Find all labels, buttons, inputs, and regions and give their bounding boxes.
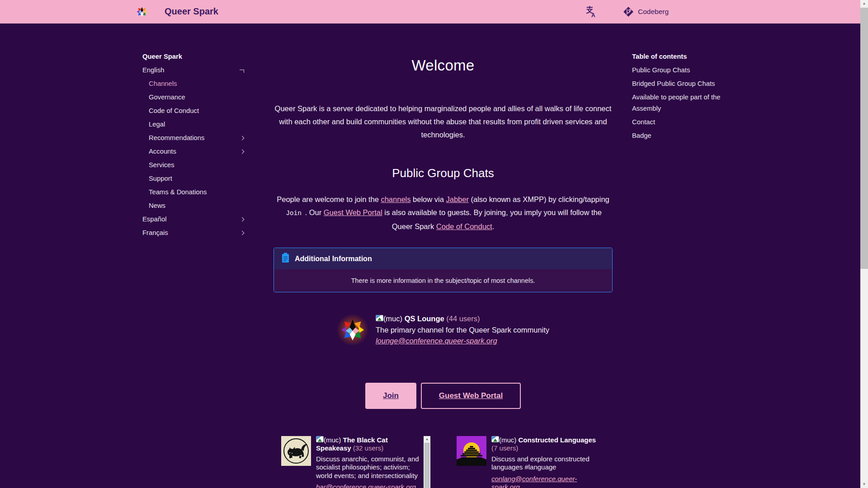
card-scrollbar-thumb[interactable] [425, 443, 429, 488]
channel-cards: (muc) The Black Cat Speakeasy (32 users)… [274, 436, 613, 488]
channel-user-count: (44 users) [446, 314, 480, 323]
muc-alt-text: (muc) [324, 436, 341, 444]
admonition-title: Additional Information [295, 255, 372, 263]
sidebar-item-label: Accounts [149, 148, 176, 155]
sidebar-item-francais[interactable]: Français [142, 226, 246, 239]
queer-spark-logo-icon [136, 5, 148, 18]
sidebar-item-governance[interactable]: Governance [142, 90, 246, 104]
sidebar-item-channels[interactable]: Channels [142, 77, 246, 90]
page-scrollbar-thumb[interactable] [860, 8, 868, 269]
admonition-body: There is more information in the subject… [274, 269, 612, 292]
page-layout: Queer Spark English Channels Governance … [142, 23, 726, 488]
join-paragraph: People are welcome to join the channels … [274, 193, 613, 233]
admonition-header: Additional Information [274, 248, 612, 269]
paragraph-text: . Our [303, 208, 324, 216]
sidebar-item-label: Español [142, 216, 166, 223]
page-scrollbar[interactable]: ▲ ▼ [860, 0, 868, 488]
intro-paragraph: Queer Spark is a server dedicated to hel… [274, 102, 613, 141]
card-scrollbar[interactable]: ▲ ▼ [424, 436, 430, 488]
channel-address-link[interactable]: lounge@conference.queer-spark.org [376, 337, 497, 345]
top-navbar: Queer Spark A Codeberg [0, 0, 860, 23]
sidebar-item-label: Governance [149, 94, 185, 101]
sidebar-item-services[interactable]: Services [142, 158, 246, 172]
sidebar-item-english[interactable]: English [142, 63, 246, 77]
sidebar-item-label: Services [149, 161, 175, 169]
black-cat-image [281, 436, 311, 466]
featured-channel: (muc) QS Lounge (44 users) The primary c… [274, 313, 613, 347]
svg-text:A: A [591, 12, 595, 18]
paragraph-text: (also known as XMPP) by clicking/tapping [469, 195, 609, 203]
sidebar-item-recommendations[interactable]: Recommendations [142, 131, 246, 145]
toc-title: Table of contents [632, 50, 726, 63]
sidebar-item-code-of-conduct[interactable]: Code of Conduct [142, 104, 246, 117]
channel-name: QS Lounge [405, 314, 444, 323]
toc-item-bridged-public-group-chats[interactable]: Bridged Public Group Chats [632, 77, 726, 90]
sidebar-item-support[interactable]: Support [142, 172, 246, 185]
codeberg-label: Codeberg [638, 8, 669, 16]
channel-card-text: (muc) The Black Cat Speakeasy (32 users)… [316, 436, 421, 488]
site-title[interactable]: Queer Spark [165, 6, 218, 17]
channel-address-link[interactable]: bar@conference.queer-spark.org [316, 483, 416, 488]
translate-icon[interactable]: A [585, 6, 597, 18]
sidebar-item-label: Français [142, 229, 168, 236]
sidebar-item-label: News [149, 202, 165, 209]
sidebar-item-teams-donations[interactable]: Teams & Donations [142, 185, 246, 199]
channel-description: The primary channel for the Queer Spark … [376, 324, 549, 336]
muc-alt-text: (muc) [383, 314, 402, 323]
channel-card-black-cat: (muc) The Black Cat Speakeasy (32 users)… [281, 436, 430, 488]
guest-web-portal-button[interactable]: Guest Web Portal [421, 383, 521, 409]
muc-alt-text: (muc) [499, 436, 516, 444]
chevron-right-icon [240, 217, 245, 221]
join-button[interactable]: Join [365, 383, 416, 409]
paragraph-text: below via [410, 195, 446, 203]
sidebar-item-label: Teams & Donations [149, 188, 207, 196]
paragraph-text: . [492, 222, 495, 230]
sidebar-item-label: Legal [149, 121, 165, 128]
qs-lounge-logo [337, 314, 368, 346]
broken-image-icon [491, 436, 499, 442]
scroll-up-icon[interactable]: ▲ [424, 436, 430, 442]
scroll-down-icon[interactable]: ▼ [860, 481, 868, 488]
sidebar-item-accounts[interactable]: Accounts [142, 145, 246, 158]
codeberg-link[interactable]: Codeberg [623, 6, 669, 17]
sidebar-item-news[interactable]: News [142, 199, 246, 212]
scroll-up-icon[interactable]: ▲ [860, 0, 868, 7]
section-heading-public-group-chats: Public Group Chats [274, 166, 613, 180]
sidebar-item-label: Channels [149, 80, 177, 87]
channel-address-link[interactable]: conlang@conference.queer-spark.org [491, 475, 577, 488]
channel-card-text: (muc) Constructed Languages (7 users) Di… [491, 436, 596, 488]
clipboard-icon [281, 253, 290, 265]
channel-name: Constructed Languages [519, 436, 596, 444]
jabber-link[interactable]: Jabber [446, 195, 468, 203]
code-of-conduct-link[interactable]: Code of Conduct [436, 222, 492, 230]
toc-item-available-assembly[interactable]: Available to people part of the Assembly [632, 90, 726, 115]
chevron-right-icon [240, 149, 245, 154]
table-of-contents: Table of contents Public Group Chats Bri… [632, 50, 726, 488]
toc-item-public-group-chats[interactable]: Public Group Chats [632, 63, 726, 77]
action-buttons: Join Guest Web Portal [274, 383, 613, 409]
channel-description: Discuss anarchic, communist, and sociali… [316, 455, 421, 480]
broken-image-icon [316, 436, 324, 442]
sidebar-item-espanol[interactable]: Español [142, 212, 246, 226]
chevron-right-icon [240, 230, 245, 235]
channel-user-count: (7 users) [491, 444, 518, 452]
main-content: Welcome Queer Spark is a server dedicate… [274, 50, 613, 488]
sidebar-item-label: English [142, 66, 165, 74]
featured-channel-info: (muc) QS Lounge (44 users) The primary c… [376, 313, 549, 347]
guest-web-portal-link[interactable]: Guest Web Portal [324, 208, 382, 216]
channel-description: Discuss and explore constructed language… [491, 455, 596, 472]
sidebar-item-legal[interactable]: Legal [142, 117, 246, 131]
join-code-span: Join [284, 210, 303, 217]
sidebar-item-label: Support [149, 175, 172, 182]
left-sidebar: Queer Spark English Channels Governance … [142, 50, 246, 488]
codeberg-icon [623, 6, 634, 17]
toc-item-contact[interactable]: Contact [632, 115, 726, 129]
sidebar-title: Queer Spark [142, 50, 246, 63]
channel-user-count: (32 users) [353, 444, 384, 452]
sidebar-item-label: Recommendations [149, 134, 204, 141]
toc-item-badge[interactable]: Badge [632, 129, 726, 142]
collapse-toggle-icon[interactable] [240, 70, 244, 73]
sidebar-item-label: Code of Conduct [149, 107, 199, 114]
paragraph-text: People are welcome to join the [277, 195, 381, 203]
channels-link[interactable]: channels [381, 195, 410, 203]
